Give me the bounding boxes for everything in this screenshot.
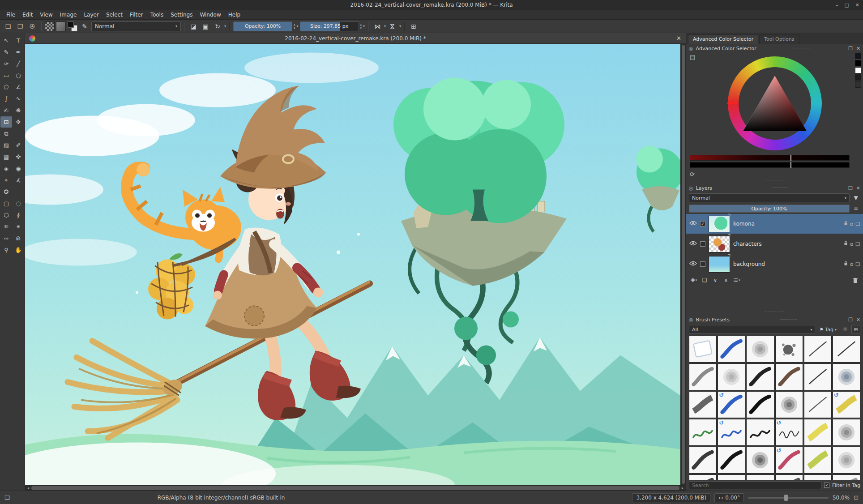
- mirror-horizontal-button[interactable]: ⋈: [372, 21, 383, 32]
- menu-help[interactable]: Help: [225, 11, 244, 19]
- brush-preset-29[interactable]: [804, 447, 832, 474]
- menu-file[interactable]: File: [3, 11, 19, 19]
- blend-mode-combo[interactable]: Normal ▾: [91, 21, 181, 31]
- menu-select[interactable]: Select: [103, 11, 126, 19]
- layer-row-background[interactable]: ↰backgroundα❏: [686, 254, 863, 274]
- move-layer-up-button[interactable]: ∧: [721, 276, 731, 285]
- color-history-swatch[interactable]: [855, 81, 861, 88]
- brush-search-input[interactable]: [689, 481, 821, 489]
- opacity-slider[interactable]: Opacity: 100%: [233, 21, 292, 31]
- tool-elliptical-selection-button[interactable]: ◌: [13, 198, 24, 209]
- scroll-right-icon[interactable]: ▸: [679, 486, 686, 490]
- reload-preset-button[interactable]: ↻: [212, 21, 223, 32]
- color-history-swatch[interactable]: [855, 53, 861, 59]
- menu-window[interactable]: Window: [196, 11, 224, 19]
- dock-tab-tool-options[interactable]: Tool Options: [759, 34, 799, 44]
- layer-thumbnail[interactable]: ↰: [709, 216, 730, 232]
- tool-color-sampler-button[interactable]: ✐: [13, 140, 24, 151]
- brush-preset-25[interactable]: [689, 447, 717, 474]
- alpha-lock-icon[interactable]: α: [850, 261, 853, 267]
- layer-thumbnail[interactable]: ↰: [709, 236, 730, 252]
- tool-select-shapes-button[interactable]: ↖: [0, 35, 12, 46]
- color-history-swatch[interactable]: [855, 60, 861, 66]
- brush-preset-1[interactable]: [689, 336, 717, 363]
- menu-view[interactable]: View: [36, 11, 56, 19]
- layer-visibility-icon[interactable]: [689, 241, 697, 247]
- move-layer-down-button[interactable]: ∨: [710, 276, 720, 285]
- tool-polygonal-selection-button[interactable]: ⬡: [0, 209, 12, 221]
- list-view-icon[interactable]: ≣: [841, 325, 850, 334]
- canvas-angle-field[interactable]: ↔ 0.00°: [714, 493, 744, 502]
- document-tabbar[interactable]: 2016-02-24_vertical-cover_remake.kra (20…: [25, 33, 686, 44]
- new-document-button[interactable]: ❏: [3, 21, 13, 32]
- scrollbar-thumb[interactable]: [31, 486, 679, 490]
- brush-preset-31[interactable]: [689, 474, 717, 480]
- brush-preset-5[interactable]: [804, 336, 832, 363]
- layer-checkbox[interactable]: [700, 241, 705, 247]
- tool-freehand-brush-button[interactable]: ✑: [0, 58, 12, 69]
- tool-ellipse-button[interactable]: ○: [13, 70, 24, 81]
- tool-text-button[interactable]: T: [13, 35, 24, 46]
- brush-preset-32[interactable]: [718, 474, 745, 480]
- tool-line-button[interactable]: ╱: [13, 58, 24, 69]
- brush-preset-15[interactable]: [746, 391, 774, 418]
- chevron-down-icon[interactable]: ▾: [297, 24, 299, 28]
- color-history-swatch[interactable]: [855, 74, 861, 81]
- pattern-chooser[interactable]: [56, 21, 66, 31]
- tool-dynamic-brush-button[interactable]: ✍: [0, 105, 12, 116]
- menu-layer[interactable]: Layer: [80, 11, 102, 19]
- float-panel-icon[interactable]: ❐: [848, 317, 853, 323]
- brush-preset-4[interactable]: [775, 336, 803, 363]
- brush-preset-2[interactable]: [718, 336, 745, 363]
- preset-filter-combo[interactable]: All ▾: [689, 325, 815, 334]
- brush-preset-17[interactable]: [804, 391, 832, 418]
- close-panel-icon[interactable]: ✕: [856, 46, 860, 51]
- chevron-down-icon[interactable]: ▾: [384, 24, 386, 28]
- brush-editor-button[interactable]: ✎: [79, 21, 90, 32]
- brush-preset-18[interactable]: ↺: [833, 391, 860, 418]
- document-close-icon[interactable]: ✕: [676, 35, 681, 42]
- tool-crop-button[interactable]: ⧉: [0, 128, 12, 139]
- brush-preset-11[interactable]: [804, 363, 832, 390]
- menu-settings[interactable]: Settings: [167, 11, 196, 19]
- menu-tools[interactable]: Tools: [147, 11, 167, 19]
- tool-gradient-button[interactable]: ▨: [0, 140, 12, 151]
- layer-blend-mode-combo[interactable]: Normal ▾: [689, 193, 850, 202]
- alpha-lock-icon[interactable]: α: [850, 221, 853, 227]
- tool-smart-patch-button[interactable]: ✜: [13, 151, 24, 162]
- tool-magnetic-selection-button[interactable]: ⋒: [13, 233, 24, 244]
- layer-visibility-icon[interactable]: [689, 261, 697, 267]
- tool-assistants-button[interactable]: ⌖: [0, 175, 12, 186]
- brush-preset-7[interactable]: [689, 363, 717, 390]
- preserve-alpha-button[interactable]: ▣: [200, 21, 211, 32]
- shade-slider-1[interactable]: [690, 155, 850, 161]
- menu-image[interactable]: Image: [56, 11, 81, 19]
- tool-pan-button[interactable]: ✋: [13, 244, 24, 256]
- brush-preset-28[interactable]: ↺: [775, 447, 803, 474]
- delete-layer-button[interactable]: [850, 276, 860, 285]
- brush-preset-8[interactable]: [718, 363, 745, 390]
- tool-contiguous-selection-button[interactable]: ✴: [13, 221, 24, 232]
- layer-visibility-icon[interactable]: [689, 221, 697, 227]
- refresh-icon[interactable]: ⟳: [690, 171, 695, 178]
- tool-zoom-button[interactable]: ⚲: [0, 244, 12, 256]
- hsv-triangle[interactable]: [739, 67, 811, 140]
- tool-move-button[interactable]: ✥: [13, 116, 24, 128]
- tool-freehand-selection-button[interactable]: ∮: [13, 209, 24, 221]
- brush-preset-24[interactable]: [833, 419, 860, 446]
- close-panel-icon[interactable]: ✕: [856, 185, 860, 191]
- brush-preset-30[interactable]: [833, 447, 860, 474]
- tool-transform-button[interactable]: ⊡: [0, 116, 12, 128]
- layer-thumbnail[interactable]: ↰: [709, 256, 730, 273]
- chevron-down-icon[interactable]: ▾: [224, 24, 226, 28]
- tool-bezier-selection-button[interactable]: ∾: [0, 233, 12, 244]
- brush-preset-34[interactable]: [775, 474, 803, 480]
- tool-bezier-curve-button[interactable]: ∫: [0, 93, 12, 104]
- brush-preset-14[interactable]: ↺: [718, 391, 745, 418]
- close-panel-icon[interactable]: ✕: [856, 317, 860, 323]
- brush-preset-22[interactable]: ↺: [775, 419, 803, 446]
- opacity-spinner[interactable]: ▴▾: [294, 21, 295, 31]
- tool-fill-button[interactable]: ◈: [0, 163, 12, 174]
- dock-tab-advanced-color-selector[interactable]: Advanced Color Selector: [688, 34, 758, 44]
- wrap-around-button[interactable]: ⊞: [408, 21, 419, 32]
